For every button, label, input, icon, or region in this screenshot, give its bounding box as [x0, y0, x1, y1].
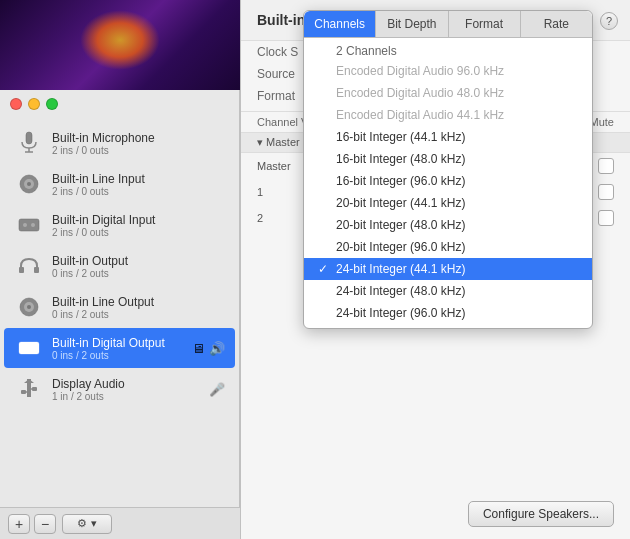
add-device-button[interactable]: + [8, 514, 30, 534]
tab-rate[interactable]: Rate [521, 11, 592, 37]
usb-icon [14, 374, 44, 404]
svg-rect-0 [26, 132, 32, 144]
device-name: Built-in Line Output [52, 295, 154, 309]
digital-in-icon [14, 210, 44, 240]
dropdown-item-20bit-96[interactable]: 20-bit Integer (96.0 kHz) [304, 236, 592, 258]
device-info: Display Audio 1 in / 2 outs [52, 377, 125, 402]
sidebar-item-builtin-digital-input[interactable]: Built-in Digital Input 2 ins / 0 outs [4, 205, 235, 245]
configure-speakers-button[interactable]: Configure Speakers... [468, 501, 614, 527]
svg-rect-6 [19, 219, 39, 231]
master-label: Master [257, 160, 297, 172]
digital-out-icon [14, 333, 44, 363]
tab-bit-depth[interactable]: Bit Depth [376, 11, 448, 37]
device-name: Built-in Line Input [52, 172, 145, 186]
sidebar-item-builtin-line-input[interactable]: Built-in Line Input 2 ins / 0 outs [4, 164, 235, 204]
line-in-icon [14, 169, 44, 199]
sidebar-item-builtin-line-output[interactable]: Built-in Line Output 0 ins / 2 outs [4, 287, 235, 327]
master-mute-checkbox[interactable] [598, 158, 614, 174]
dropdown-item-20bit-44[interactable]: 20-bit Integer (44.1 kHz) [304, 192, 592, 214]
mic-small-icon: 🎤 [209, 382, 225, 397]
monitor-icon: 🖥 [192, 341, 205, 356]
channel-2-mute-checkbox[interactable] [598, 210, 614, 226]
remove-device-button[interactable]: − [34, 514, 56, 534]
svg-rect-10 [34, 267, 39, 273]
sidebar-item-builtin-microphone[interactable]: Built-in Microphone 2 ins / 0 outs [4, 123, 235, 163]
mute-label: Mute [590, 116, 614, 128]
format-dropdown-popup: Channels Bit Depth Format Rate 2 Channel… [303, 10, 593, 329]
device-sub: 2 ins / 0 outs [52, 186, 145, 197]
channel-1-label: 1 [257, 186, 297, 198]
dropdown-item-24bit-96[interactable]: 24-bit Integer (96.0 kHz) [304, 302, 592, 324]
device-sub: 1 in / 2 outs [52, 391, 125, 402]
dropdown-list: 2 Channels Encoded Digital Audio 96.0 kH… [304, 38, 592, 328]
dropdown-item-16bit-96[interactable]: 16-bit Integer (96.0 kHz) [304, 170, 592, 192]
traffic-lights [0, 90, 239, 118]
device-name: Built-in Digital Input [52, 213, 155, 227]
dropdown-item-16bit-44[interactable]: 16-bit Integer (44.1 kHz) [304, 126, 592, 148]
device-info: Built-in Digital Input 2 ins / 0 outs [52, 213, 155, 238]
device-list: Built-in Microphone 2 ins / 0 outs Built… [0, 118, 239, 414]
dropdown-tabs: Channels Bit Depth Format Rate [304, 11, 592, 38]
device-sub: 0 ins / 2 outs [52, 350, 165, 361]
svg-point-5 [27, 182, 31, 186]
device-sub: 0 ins / 2 outs [52, 268, 128, 279]
device-sub: 2 ins / 0 outs [52, 145, 155, 156]
device-info: Built-in Output 0 ins / 2 outs [52, 254, 128, 279]
svg-rect-14 [19, 342, 39, 354]
tab-format[interactable]: Format [449, 11, 521, 37]
help-button[interactable]: ? [600, 12, 618, 30]
channel-2-label: 2 [257, 212, 297, 224]
device-icons-right: 🖥 🔊 [192, 341, 225, 356]
device-name: Built-in Microphone [52, 131, 155, 145]
headphones-icon [14, 251, 44, 281]
svg-point-8 [31, 223, 35, 227]
sidebar-item-display-audio[interactable]: Display Audio 1 in / 2 outs 🎤 [4, 369, 235, 409]
device-name: Built-in Digital Output [52, 336, 165, 350]
minimize-button[interactable] [28, 98, 40, 110]
device-mic-right: 🎤 [209, 382, 225, 397]
dropdown-item-encoded-96: Encoded Digital Audio 96.0 kHz [304, 60, 592, 82]
device-info: Built-in Line Output 0 ins / 2 outs [52, 295, 154, 320]
sidebar-item-builtin-digital-output[interactable]: Built-in Digital Output 0 ins / 2 outs 🖥… [4, 328, 235, 368]
dropdown-item-24bit-44[interactable]: ✓ 24-bit Integer (44.1 kHz) [304, 258, 592, 280]
sidebar-item-builtin-output[interactable]: Built-in Output 0 ins / 2 outs [4, 246, 235, 286]
svg-rect-9 [19, 267, 24, 273]
device-info: Built-in Line Input 2 ins / 0 outs [52, 172, 145, 197]
svg-point-13 [27, 305, 31, 309]
svg-point-16 [31, 346, 35, 350]
sidebar: Built-in Microphone 2 ins / 0 outs Built… [0, 0, 240, 539]
speaker-icon: 🔊 [209, 341, 225, 356]
dropdown-item-2-channels[interactable]: 2 Channels [304, 42, 592, 60]
main-window: Built-in Microphone 2 ins / 0 outs Built… [0, 0, 630, 539]
device-name: Display Audio [52, 377, 125, 391]
svg-point-7 [23, 223, 27, 227]
tab-channels[interactable]: Channels [304, 11, 376, 37]
device-sub: 2 ins / 0 outs [52, 227, 155, 238]
maximize-button[interactable] [46, 98, 58, 110]
microphone-icon [14, 128, 44, 158]
device-info: Built-in Digital Output 0 ins / 2 outs [52, 336, 165, 361]
device-sub: 0 ins / 2 outs [52, 309, 154, 320]
dropdown-item-encoded-48: Encoded Digital Audio 48.0 kHz [304, 82, 592, 104]
settings-button[interactable]: ⚙ ▾ [62, 514, 112, 534]
device-info: Built-in Microphone 2 ins / 0 outs [52, 131, 155, 156]
dropdown-item-encoded-44: Encoded Digital Audio 44.1 kHz [304, 104, 592, 126]
channel-1-mute-checkbox[interactable] [598, 184, 614, 200]
line-out-icon [14, 292, 44, 322]
device-name: Built-in Output [52, 254, 128, 268]
close-button[interactable] [10, 98, 22, 110]
dropdown-item-16bit-48[interactable]: 16-bit Integer (48.0 kHz) [304, 148, 592, 170]
sidebar-toolbar: + − ⚙ ▾ [0, 507, 240, 539]
dropdown-item-24bit-48[interactable]: 24-bit Integer (48.0 kHz) [304, 280, 592, 302]
svg-point-15 [23, 346, 27, 350]
dropdown-item-20bit-48[interactable]: 20-bit Integer (48.0 kHz) [304, 214, 592, 236]
sidebar-image [0, 0, 240, 90]
